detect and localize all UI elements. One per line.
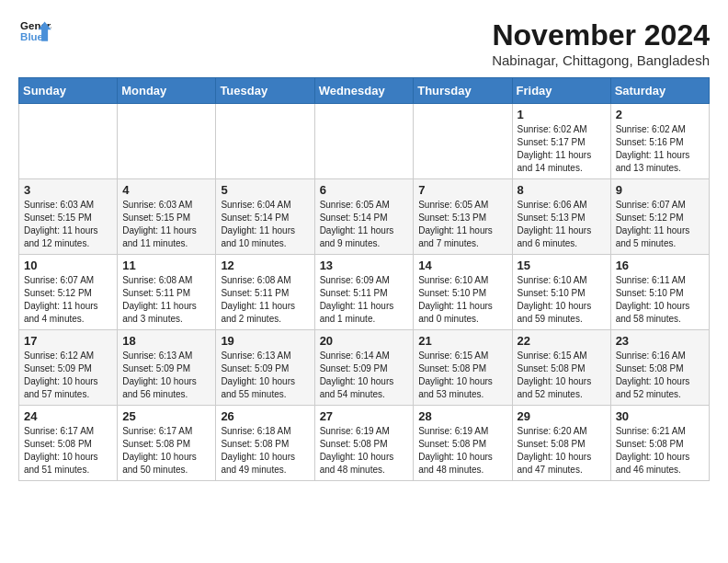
calendar-week-4: 17Sunrise: 6:12 AM Sunset: 5:09 PM Dayli… bbox=[19, 330, 710, 406]
weekday-header-tuesday: Tuesday bbox=[216, 78, 314, 104]
calendar-day-10: 10Sunrise: 6:07 AM Sunset: 5:12 PM Dayli… bbox=[19, 255, 118, 330]
day-number: 19 bbox=[221, 334, 309, 348]
calendar-day-30: 30Sunrise: 6:21 AM Sunset: 5:08 PM Dayli… bbox=[610, 406, 709, 481]
page-header: General Blue November 2024 Nabinagar, Ch… bbox=[18, 18, 710, 68]
day-number: 30 bbox=[616, 409, 704, 423]
day-number: 21 bbox=[418, 334, 506, 348]
day-number: 20 bbox=[320, 334, 409, 348]
title-block: November 2024 Nabinagar, Chittagong, Ban… bbox=[492, 18, 710, 68]
calendar-day-1: 1Sunrise: 6:02 AM Sunset: 5:17 PM Daylig… bbox=[512, 104, 610, 179]
day-info: Sunrise: 6:11 AM Sunset: 5:10 PM Dayligh… bbox=[616, 274, 704, 326]
calendar-day-16: 16Sunrise: 6:11 AM Sunset: 5:10 PM Dayli… bbox=[610, 255, 709, 330]
calendar-day-9: 9Sunrise: 6:07 AM Sunset: 5:12 PM Daylig… bbox=[610, 179, 709, 255]
day-number: 29 bbox=[518, 409, 606, 423]
day-number: 25 bbox=[122, 409, 210, 423]
calendar-day-2: 2Sunrise: 6:02 AM Sunset: 5:16 PM Daylig… bbox=[610, 104, 709, 179]
calendar-day-20: 20Sunrise: 6:14 AM Sunset: 5:09 PM Dayli… bbox=[314, 330, 414, 406]
day-info: Sunrise: 6:05 AM Sunset: 5:14 PM Dayligh… bbox=[320, 199, 409, 250]
day-info: Sunrise: 6:17 AM Sunset: 5:08 PM Dayligh… bbox=[122, 425, 210, 477]
calendar-day-28: 28Sunrise: 6:19 AM Sunset: 5:08 PM Dayli… bbox=[414, 406, 512, 481]
day-info: Sunrise: 6:02 AM Sunset: 5:17 PM Dayligh… bbox=[518, 123, 606, 175]
calendar-day-22: 22Sunrise: 6:15 AM Sunset: 5:08 PM Dayli… bbox=[512, 330, 610, 406]
day-info: Sunrise: 6:14 AM Sunset: 5:09 PM Dayligh… bbox=[320, 350, 409, 401]
day-info: Sunrise: 6:04 AM Sunset: 5:14 PM Dayligh… bbox=[221, 199, 309, 250]
month-title: November 2024 bbox=[492, 18, 710, 52]
day-number: 16 bbox=[616, 259, 704, 272]
calendar-day-25: 25Sunrise: 6:17 AM Sunset: 5:08 PM Dayli… bbox=[118, 406, 216, 481]
day-number: 13 bbox=[320, 259, 409, 272]
day-info: Sunrise: 6:05 AM Sunset: 5:13 PM Dayligh… bbox=[418, 199, 506, 250]
day-number: 7 bbox=[418, 183, 506, 197]
calendar-day-8: 8Sunrise: 6:06 AM Sunset: 5:13 PM Daylig… bbox=[512, 179, 610, 255]
logo: General Blue bbox=[18, 18, 51, 46]
day-info: Sunrise: 6:21 AM Sunset: 5:08 PM Dayligh… bbox=[616, 425, 704, 477]
day-info: Sunrise: 6:03 AM Sunset: 5:15 PM Dayligh… bbox=[24, 199, 112, 250]
calendar-day-21: 21Sunrise: 6:15 AM Sunset: 5:08 PM Dayli… bbox=[414, 330, 512, 406]
day-number: 9 bbox=[616, 183, 704, 197]
calendar-header-row: SundayMondayTuesdayWednesdayThursdayFrid… bbox=[19, 78, 710, 104]
calendar-day-6: 6Sunrise: 6:05 AM Sunset: 5:14 PM Daylig… bbox=[314, 179, 414, 255]
day-number: 28 bbox=[418, 409, 506, 423]
day-info: Sunrise: 6:09 AM Sunset: 5:11 PM Dayligh… bbox=[320, 274, 409, 326]
day-number: 11 bbox=[122, 259, 210, 272]
calendar-week-1: 1Sunrise: 6:02 AM Sunset: 5:17 PM Daylig… bbox=[19, 104, 710, 179]
calendar-day-18: 18Sunrise: 6:13 AM Sunset: 5:09 PM Dayli… bbox=[118, 330, 216, 406]
weekday-header-friday: Friday bbox=[512, 78, 610, 104]
calendar-week-2: 3Sunrise: 6:03 AM Sunset: 5:15 PM Daylig… bbox=[19, 179, 710, 255]
calendar-day-17: 17Sunrise: 6:12 AM Sunset: 5:09 PM Dayli… bbox=[19, 330, 118, 406]
calendar-day-29: 29Sunrise: 6:20 AM Sunset: 5:08 PM Dayli… bbox=[512, 406, 610, 481]
weekday-header-sunday: Sunday bbox=[19, 78, 118, 104]
day-number: 4 bbox=[122, 183, 210, 197]
day-number: 14 bbox=[418, 259, 506, 272]
day-info: Sunrise: 6:13 AM Sunset: 5:09 PM Dayligh… bbox=[122, 350, 210, 401]
day-number: 23 bbox=[616, 334, 704, 348]
calendar-day-5: 5Sunrise: 6:04 AM Sunset: 5:14 PM Daylig… bbox=[216, 179, 314, 255]
calendar-day-4: 4Sunrise: 6:03 AM Sunset: 5:15 PM Daylig… bbox=[118, 179, 216, 255]
empty-cell bbox=[314, 104, 414, 179]
day-number: 18 bbox=[122, 334, 210, 348]
day-info: Sunrise: 6:10 AM Sunset: 5:10 PM Dayligh… bbox=[518, 274, 606, 326]
empty-cell bbox=[414, 104, 512, 179]
calendar-day-24: 24Sunrise: 6:17 AM Sunset: 5:08 PM Dayli… bbox=[19, 406, 118, 481]
day-info: Sunrise: 6:02 AM Sunset: 5:16 PM Dayligh… bbox=[616, 123, 704, 175]
calendar-week-5: 24Sunrise: 6:17 AM Sunset: 5:08 PM Dayli… bbox=[19, 406, 710, 481]
day-info: Sunrise: 6:07 AM Sunset: 5:12 PM Dayligh… bbox=[616, 199, 704, 250]
day-info: Sunrise: 6:18 AM Sunset: 5:08 PM Dayligh… bbox=[221, 425, 309, 477]
day-info: Sunrise: 6:07 AM Sunset: 5:12 PM Dayligh… bbox=[24, 274, 112, 326]
day-number: 2 bbox=[616, 108, 704, 121]
location: Nabinagar, Chittagong, Bangladesh bbox=[492, 52, 710, 68]
calendar-day-14: 14Sunrise: 6:10 AM Sunset: 5:10 PM Dayli… bbox=[414, 255, 512, 330]
day-info: Sunrise: 6:19 AM Sunset: 5:08 PM Dayligh… bbox=[418, 425, 506, 477]
day-number: 8 bbox=[518, 183, 606, 197]
calendar-day-19: 19Sunrise: 6:13 AM Sunset: 5:09 PM Dayli… bbox=[216, 330, 314, 406]
weekday-header-thursday: Thursday bbox=[414, 78, 512, 104]
weekday-header-monday: Monday bbox=[118, 78, 216, 104]
day-info: Sunrise: 6:13 AM Sunset: 5:09 PM Dayligh… bbox=[221, 350, 309, 401]
empty-cell bbox=[216, 104, 314, 179]
calendar-day-27: 27Sunrise: 6:19 AM Sunset: 5:08 PM Dayli… bbox=[314, 406, 414, 481]
calendar-day-13: 13Sunrise: 6:09 AM Sunset: 5:11 PM Dayli… bbox=[314, 255, 414, 330]
day-info: Sunrise: 6:20 AM Sunset: 5:08 PM Dayligh… bbox=[518, 425, 606, 477]
weekday-header-saturday: Saturday bbox=[610, 78, 709, 104]
day-number: 24 bbox=[24, 409, 112, 423]
day-info: Sunrise: 6:17 AM Sunset: 5:08 PM Dayligh… bbox=[24, 425, 112, 477]
calendar-day-12: 12Sunrise: 6:08 AM Sunset: 5:11 PM Dayli… bbox=[216, 255, 314, 330]
day-number: 17 bbox=[24, 334, 112, 348]
calendar-day-7: 7Sunrise: 6:05 AM Sunset: 5:13 PM Daylig… bbox=[414, 179, 512, 255]
calendar-day-11: 11Sunrise: 6:08 AM Sunset: 5:11 PM Dayli… bbox=[118, 255, 216, 330]
day-number: 15 bbox=[518, 259, 606, 272]
day-info: Sunrise: 6:10 AM Sunset: 5:10 PM Dayligh… bbox=[418, 274, 506, 326]
calendar-day-26: 26Sunrise: 6:18 AM Sunset: 5:08 PM Dayli… bbox=[216, 406, 314, 481]
calendar-day-3: 3Sunrise: 6:03 AM Sunset: 5:15 PM Daylig… bbox=[19, 179, 118, 255]
day-info: Sunrise: 6:15 AM Sunset: 5:08 PM Dayligh… bbox=[418, 350, 506, 401]
svg-text:Blue: Blue bbox=[20, 31, 43, 42]
day-info: Sunrise: 6:15 AM Sunset: 5:08 PM Dayligh… bbox=[518, 350, 606, 401]
empty-cell bbox=[118, 104, 216, 179]
day-number: 1 bbox=[518, 108, 606, 121]
day-info: Sunrise: 6:03 AM Sunset: 5:15 PM Dayligh… bbox=[122, 199, 210, 250]
calendar-day-15: 15Sunrise: 6:10 AM Sunset: 5:10 PM Dayli… bbox=[512, 255, 610, 330]
day-info: Sunrise: 6:08 AM Sunset: 5:11 PM Dayligh… bbox=[221, 274, 309, 326]
calendar-table: SundayMondayTuesdayWednesdayThursdayFrid… bbox=[18, 77, 710, 481]
day-number: 10 bbox=[24, 259, 112, 272]
day-number: 22 bbox=[518, 334, 606, 348]
